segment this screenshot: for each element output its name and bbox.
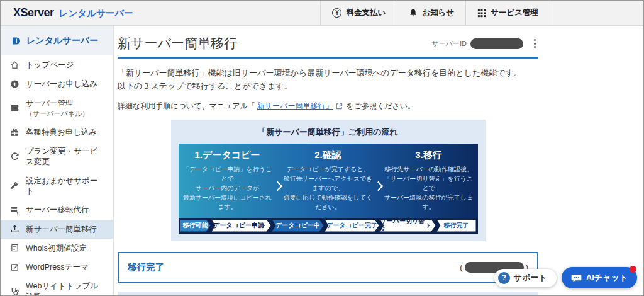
description-line-2: 以下の３ステップで移行することができます。 <box>118 81 292 91</box>
status-step-copy-request: データコピー申請 <box>212 220 271 232</box>
info-panel: サーバーの移行が完了しました。 移行後の注意点についてはマニュアル「新サーバー簡… <box>118 292 538 296</box>
sidebar-item-wordpress-theme[interactable]: WordPressテーマ <box>1 258 113 276</box>
sidebar-item-plan-change[interactable]: プラン変更・サービス変更 <box>1 142 113 171</box>
document-icon <box>10 243 19 253</box>
brand-suffix: レンタルサーバー <box>59 8 133 20</box>
chat-bubble-icon <box>571 273 582 283</box>
chevron-right-icon <box>374 149 384 212</box>
sidebar: レンタルサーバー トップページ サーバーお申し込み サーバー管理 （サーバーパネ… <box>1 26 114 296</box>
sidebar-item-server-application[interactable]: サーバーお申し込み <box>1 74 113 93</box>
sidebar-item-label: トップページ <box>26 60 74 70</box>
theme-icon <box>10 263 19 272</box>
sidebar-item-new-server-migration[interactable]: 新サーバー簡単移行 <box>1 220 113 239</box>
manual-link[interactable]: 新サーバー簡単移行」 <box>257 101 333 111</box>
sidebar-header-rental-server[interactable]: レンタルサーバー <box>1 26 113 55</box>
sidebar-item-label: プラン変更・サービス変更 <box>26 146 104 167</box>
sidebar-item-whois-settings[interactable]: Whois初期値設定 <box>1 239 113 258</box>
support-button[interactable]: ? サポート <box>494 269 557 287</box>
refresh-icon <box>10 152 19 161</box>
support-label: サポート <box>514 272 547 283</box>
description: 「新サーバー簡単移行」機能は旧サーバー環境から最新サーバー環境へのデータ移行を目… <box>118 67 538 93</box>
payment-label: 料金支払い <box>346 8 386 18</box>
sidebar-item-server-transfer[interactable]: サーバー移転代行 <box>1 200 113 219</box>
kebab-menu-icon[interactable] <box>531 38 538 49</box>
sidebar-item-label: WordPressテーマ <box>26 262 89 272</box>
migration-complete-label: 移行完了 <box>128 261 164 273</box>
status-step-migratable: 移行可能 <box>180 220 211 232</box>
wrench-icon <box>10 181 19 191</box>
service-management-label: サービス管理 <box>491 8 538 18</box>
flow-banner: 「新サーバー簡単移行」ご利用の流れ 1.データコピー 「データコピー申請」を行う… <box>171 120 486 241</box>
status-step-server-switch: サーバー切り替え <box>380 220 436 232</box>
flow-step-1-title: 1.データコピー <box>182 149 273 161</box>
floating-buttons: ? サポート AIチャット <box>494 267 637 288</box>
sidebar-header-label: レンタルサーバー <box>26 35 98 47</box>
sidebar-item-label: 各種特典お申し込み <box>26 127 97 137</box>
sidebar-item-top-page[interactable]: トップページ <box>1 55 113 74</box>
server-id-redacted <box>470 38 523 49</box>
status-step-copying: データコピー中 <box>272 220 324 232</box>
sidebar-item-label: サーバー移転代行 <box>26 205 89 215</box>
sidebar-item-server-management[interactable]: サーバー管理 （サーバーパネル） <box>1 94 113 123</box>
server-transfer-icon <box>10 205 19 215</box>
migration-status-strip: 移行可能 データコピー申請 データコピー中 データコピー完了 サーバー切り替え … <box>179 218 478 234</box>
title-row: 新サーバー簡単移行 サーバーID <box>118 35 538 59</box>
plus-circle-icon <box>10 79 19 89</box>
migration-complete-box: 移行完了 ( ) <box>118 252 538 283</box>
sidebar-item-label: 設定おまかせサポート <box>26 176 104 196</box>
manual-note: 詳細な利用手順について、マニュアル「新サーバー簡単移行」をご参照ください。 <box>118 101 538 111</box>
status-step-migration-complete: 移行完了 <box>437 220 476 232</box>
service-management-menu-item[interactable]: サービス管理 <box>465 1 550 26</box>
flow-step-3: 3.移行 移行先サーバーの動作確認後、 「サーバー切り替え」を行うことで サーバ… <box>384 149 474 212</box>
app-window: XServer レンタルサーバー ¥ 料金支払い お知らせ サービス管理 レンタ… <box>0 0 644 296</box>
page-title: 新サーバー簡単移行 <box>118 35 237 52</box>
brand-name: XServer <box>13 6 54 20</box>
flow-step-1: 1.データコピー 「データコピー申請」を行うことで サーバー内のデータが 最新サ… <box>182 149 273 212</box>
sidebar-item-label: Webサイトトラブル診断 <box>26 281 104 296</box>
sidebar-item-label: 新サーバー簡単移行 <box>26 224 97 234</box>
sidebar-item-sublabel: （サーバーパネル） <box>26 110 89 117</box>
upload-icon <box>10 224 19 234</box>
flow-step-3-title: 3.移行 <box>384 149 474 161</box>
sidebar-item-label: Whois初期値設定 <box>26 243 87 253</box>
notifications-label: お知らせ <box>422 8 454 18</box>
flow-step-2: 2.確認 データコピーが完了すると、 移行先サーバーへアクセスできますので、 必… <box>283 149 374 212</box>
sidebar-item-label: サーバーお申し込み <box>26 79 97 89</box>
sidebar-item-setup-support[interactable]: 設定おまかせサポート <box>1 171 113 201</box>
stethoscope-icon <box>10 287 19 296</box>
question-icon: ? <box>498 272 510 284</box>
notifications-menu-item[interactable]: お知らせ <box>397 1 465 26</box>
external-link-icon <box>336 103 343 110</box>
yen-circle-icon: ¥ <box>332 8 341 18</box>
grid-icon <box>477 9 486 18</box>
description-line-1: 「新サーバー簡単移行」機能は旧サーバー環境から最新サーバー環境へのデータ移行を目… <box>118 68 522 77</box>
brand-logo[interactable]: XServer レンタルサーバー <box>1 6 133 20</box>
bell-icon <box>409 8 418 18</box>
sidebar-item-benefits-application[interactable]: 各種特典お申し込み <box>1 123 113 142</box>
gift-icon <box>10 128 19 137</box>
server-id-label: サーバーID <box>431 39 467 48</box>
ai-chat-label: AIチャット <box>586 272 628 283</box>
flow-step-2-title: 2.確認 <box>283 149 374 161</box>
status-step-copy-complete: データコピー完了 <box>325 220 379 232</box>
payment-menu-item[interactable]: ¥ 料金支払い <box>320 1 397 26</box>
server-icon <box>10 103 19 113</box>
sidebar-item-website-diagnosis[interactable]: Webサイトトラブル診断 <box>1 276 113 296</box>
flow-title: 「新サーバー簡単移行」ご利用の流れ <box>179 127 478 138</box>
book-server-icon <box>11 36 21 46</box>
topbar: XServer レンタルサーバー ¥ 料金支払い お知らせ サービス管理 <box>1 1 643 26</box>
ai-chat-button[interactable]: AIチャット <box>562 267 637 288</box>
notification-dot <box>630 266 636 273</box>
home-icon <box>10 60 19 70</box>
topbar-menu: ¥ 料金支払い お知らせ サービス管理 <box>320 1 550 26</box>
chevron-right-icon <box>273 149 283 212</box>
sidebar-item-label: サーバー管理 （サーバーパネル） <box>26 98 89 119</box>
flow-gradient-box: 1.データコピー 「データコピー申請」を行うことで サーバー内のデータが 最新サ… <box>179 144 478 234</box>
main-content: 新サーバー簡単移行 サーバーID 「新サーバー簡単移行」機能は旧サーバー環境から… <box>114 26 643 296</box>
